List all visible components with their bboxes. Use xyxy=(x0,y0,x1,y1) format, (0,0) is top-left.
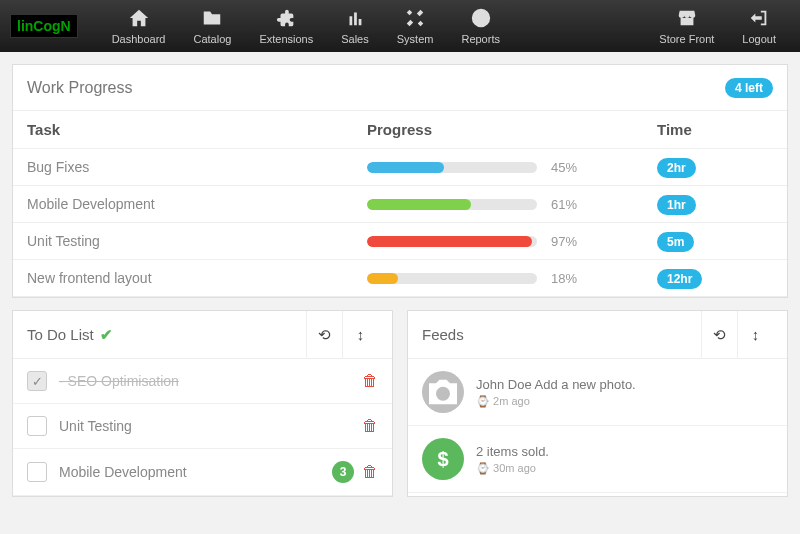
nav-extensions[interactable]: Extensions xyxy=(245,3,327,49)
dollar-icon: $ xyxy=(422,438,464,480)
col-header-progress: Progress xyxy=(367,121,657,138)
nav-dashboard[interactable]: Dashboard xyxy=(98,3,180,49)
task-row: Mobile Development61%1hr xyxy=(13,186,787,223)
feed-time: ⌚ 30m ago xyxy=(476,462,549,475)
task-name: Unit Testing xyxy=(27,233,367,249)
logout-icon xyxy=(748,7,770,31)
feed-text: John Doe Add a new photo. xyxy=(476,377,636,392)
progress-pct: 97% xyxy=(551,234,577,249)
trash-icon[interactable]: 🗑 xyxy=(362,372,378,390)
progress-bar xyxy=(367,273,537,284)
trash-icon[interactable]: 🗑 xyxy=(362,463,378,481)
trash-icon[interactable]: 🗑 xyxy=(362,417,378,435)
checkbox[interactable] xyxy=(27,416,47,436)
nav-sales[interactable]: Sales xyxy=(327,3,383,49)
progress-bar xyxy=(367,236,537,247)
checkbox[interactable] xyxy=(27,462,47,482)
progress-bar xyxy=(367,199,537,210)
feed-text: 2 items sold. xyxy=(476,444,549,459)
progress-pct: 18% xyxy=(551,271,577,286)
task-name: Bug Fixes xyxy=(27,159,367,175)
pie-icon xyxy=(470,7,492,31)
store-icon xyxy=(676,7,698,31)
todo-item: Mobile Development3🗑 xyxy=(13,449,392,496)
nav-system[interactable]: System xyxy=(383,3,448,49)
coins-icon xyxy=(344,7,366,31)
folder-icon xyxy=(201,7,223,31)
task-name: New frontend layout xyxy=(27,270,367,286)
work-progress-title: Work Progress xyxy=(27,79,133,97)
nav-logout[interactable]: Logout xyxy=(728,3,790,49)
time-badge: 1hr xyxy=(657,195,696,215)
sort-button[interactable]: ↕ xyxy=(342,311,378,359)
todo-item: - SEO Optimisation🗑 xyxy=(13,359,392,404)
feed-time: ⌚ 2m ago xyxy=(476,395,636,408)
feeds-title: Feeds xyxy=(422,326,464,343)
todo-label: - SEO Optimisation xyxy=(59,373,179,389)
todo-panel: To Do List ✔ ⟲ ↕ - SEO Optimisation🗑Unit… xyxy=(12,310,393,497)
todo-label: Unit Testing xyxy=(59,418,132,434)
feeds-panel: Feeds ⟲ ↕ John Doe Add a new photo.⌚ 2m … xyxy=(407,310,788,497)
feed-item: John Doe Add a new photo.⌚ 2m ago xyxy=(408,359,787,426)
brand-logo: linCogN xyxy=(10,14,78,38)
count-badge: 3 xyxy=(332,461,354,483)
col-header-task: Task xyxy=(27,121,367,138)
progress-bar xyxy=(367,162,537,173)
refresh-button[interactable]: ⟲ xyxy=(306,311,342,359)
task-name: Mobile Development xyxy=(27,196,367,212)
nav-store-front[interactable]: Store Front xyxy=(645,3,728,49)
progress-pct: 45% xyxy=(551,160,577,175)
wrench-icon xyxy=(404,7,426,31)
work-progress-badge: 4 left xyxy=(725,78,773,98)
top-nav: linCogN DashboardCatalogExtensionsSalesS… xyxy=(0,0,800,52)
todo-title: To Do List xyxy=(27,326,94,343)
puzzle-icon xyxy=(275,7,297,31)
check-icon: ✔ xyxy=(100,326,113,344)
task-row: Unit Testing97%5m xyxy=(13,223,787,260)
todo-item: Unit Testing🗑 xyxy=(13,404,392,449)
time-badge: 12hr xyxy=(657,269,702,289)
feed-item: $2 items sold.⌚ 30m ago xyxy=(408,426,787,493)
nav-reports[interactable]: Reports xyxy=(447,3,514,49)
task-row: Bug Fixes45%2hr xyxy=(13,149,787,186)
work-progress-panel: Work Progress 4 left Task Progress Time … xyxy=(12,64,788,298)
task-row: New frontend layout18%12hr xyxy=(13,260,787,297)
col-header-time: Time xyxy=(657,121,773,138)
camera-icon xyxy=(422,371,464,413)
refresh-button[interactable]: ⟲ xyxy=(701,311,737,359)
nav-catalog[interactable]: Catalog xyxy=(179,3,245,49)
progress-pct: 61% xyxy=(551,197,577,212)
sort-button[interactable]: ↕ xyxy=(737,311,773,359)
checkbox[interactable] xyxy=(27,371,47,391)
todo-label: Mobile Development xyxy=(59,464,187,480)
time-badge: 2hr xyxy=(657,158,696,178)
time-badge: 5m xyxy=(657,232,694,252)
home-icon xyxy=(128,7,150,31)
